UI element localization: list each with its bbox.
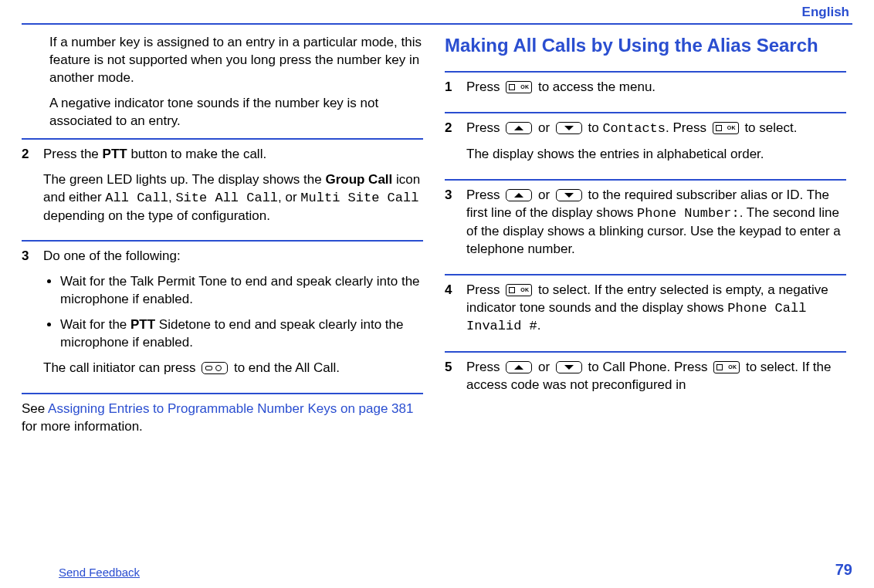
text: Press [466, 120, 503, 135]
step2-lead: Press the PTT button to make the call. [43, 146, 423, 164]
step-2-r: 2 Press or to Contacts. Press to select.… [445, 120, 846, 171]
menu-button-icon [202, 362, 228, 374]
step-3-r: 3 Press or to the required subscriber al… [445, 187, 846, 266]
divider [22, 240, 423, 242]
language-label: English [22, 3, 852, 23]
step-body: Press the PTT button to make the call. T… [43, 146, 423, 233]
divider [445, 179, 846, 181]
step-number: 3 [22, 248, 32, 385]
text: The call initiator can press [43, 360, 199, 375]
see-reference: See Assigning Entries to Programmable Nu… [22, 400, 423, 436]
section-title: Making All Calls by Using the Alias Sear… [445, 34, 846, 57]
header-rule [22, 23, 852, 25]
text: . Press [666, 120, 710, 135]
ok-button-icon [506, 284, 532, 296]
divider [445, 71, 846, 73]
step-note: The display shows the entries in alphabe… [466, 146, 846, 164]
send-feedback-link[interactable]: Send Feedback [22, 566, 140, 579]
intro-p2: A negative indicator tone sounds if the … [49, 95, 423, 130]
group-call-label: Group Call [325, 172, 392, 187]
text: Press [466, 282, 503, 297]
step-2: 2 Press the PTT button to make the call.… [22, 146, 423, 233]
step-number: 4 [445, 282, 456, 344]
divider [445, 112, 846, 113]
text: . [537, 318, 541, 333]
text: Press the [43, 147, 103, 161]
text: to Call Phone. Press [588, 360, 712, 374]
step-number: 1 [445, 79, 456, 104]
content-columns: If a number key is assigned to an entry … [22, 34, 852, 444]
divider [22, 138, 423, 140]
step3-closing: The call initiator can press to end the … [43, 360, 423, 377]
step-1-r: 1 Press to access the menu. [445, 79, 846, 104]
text: to end the All Call. [234, 360, 340, 375]
ptt-label: PTT [103, 147, 127, 161]
up-arrow-icon [506, 122, 532, 134]
ok-button-icon [713, 122, 739, 134]
list-item: Wait for the PTT Sidetone to end and spe… [60, 316, 423, 352]
contacts-label: Contacts [602, 121, 666, 136]
all-call-label: All Call [105, 191, 168, 205]
step-text: Press to select. If the entry selected i… [466, 282, 846, 336]
intro-p1: If a number key is assigned to an entry … [49, 34, 423, 87]
ok-button-icon [713, 361, 740, 373]
page-number: 79 [835, 561, 852, 579]
reference-link[interactable]: Assigning Entries to Programmable Number… [48, 401, 413, 416]
down-arrow-icon [556, 122, 582, 134]
step-body: Press to access the menu. [466, 79, 846, 104]
up-arrow-icon [506, 189, 532, 201]
step-number: 3 [445, 187, 456, 266]
text: button to make the call. [127, 147, 267, 161]
step-body: Do one of the following: Wait for the Ta… [43, 248, 423, 385]
text: , [168, 190, 175, 204]
step-number: 2 [445, 120, 456, 171]
divider [22, 393, 423, 394]
divider [445, 274, 846, 275]
ptt-label: PTT [130, 317, 155, 332]
step-number: 2 [22, 146, 32, 233]
manual-page: English If a number key is assigned to a… [0, 0, 874, 588]
intro-block: If a number key is assigned to an entry … [22, 34, 423, 130]
text: depending on the type of configuration. [43, 208, 270, 223]
step-4-r: 4 Press to select. If the entry selected… [445, 282, 846, 344]
text: The green LED lights up. The display sho… [43, 172, 325, 187]
text: , or [278, 190, 300, 204]
right-column: Making All Calls by Using the Alias Sear… [445, 34, 846, 444]
text: to select. [744, 120, 797, 135]
step2-body: The green LED lights up. The display sho… [43, 171, 423, 225]
text: Press [466, 79, 503, 94]
step-3: 3 Do one of the following: Wait for the … [22, 248, 423, 385]
phone-number-label: Phone Number: [637, 206, 740, 221]
up-arrow-icon [506, 361, 532, 373]
step-number: 5 [445, 359, 456, 402]
multi-site-call-label: Multi Site Call [300, 191, 418, 205]
step-text: Press or to Contacts. Press to select. [466, 120, 846, 138]
step-body: Press to select. If the entry selected i… [466, 282, 846, 344]
step-5-r: 5 Press or to Call Phone. Press to selec… [445, 359, 846, 402]
text: or [538, 120, 554, 135]
down-arrow-icon [556, 189, 582, 201]
step-text: Press or to Call Phone. Press to select.… [466, 359, 846, 394]
left-column: If a number key is assigned to an entry … [22, 34, 423, 444]
down-arrow-icon [556, 361, 582, 373]
text: or [538, 188, 554, 202]
step-body: Press or to Contacts. Press to select. T… [466, 120, 846, 171]
text: See [22, 401, 48, 416]
text: for more information. [22, 419, 143, 434]
list-item: Wait for the Talk Permit Tone to end and… [60, 273, 423, 309]
text: Wait for the [60, 317, 130, 332]
step3-lead: Do one of the following: [43, 248, 423, 265]
text: to access the menu. [538, 79, 656, 94]
site-all-call-label: Site All Call [175, 191, 278, 205]
step-body: Press or to Call Phone. Press to select.… [466, 359, 846, 402]
step-text: Press or to the required subscriber alia… [466, 187, 846, 259]
divider [445, 351, 846, 353]
text: or [538, 360, 554, 374]
text: Press [466, 188, 503, 202]
text: to [588, 120, 603, 135]
step-body: Press or to the required subscriber alia… [466, 187, 846, 266]
step3-bullets: Wait for the Talk Permit Tone to end and… [43, 273, 423, 352]
ok-button-icon [506, 81, 532, 93]
text: Press [466, 360, 503, 374]
page-footer: Send Feedback 79 [22, 561, 852, 579]
